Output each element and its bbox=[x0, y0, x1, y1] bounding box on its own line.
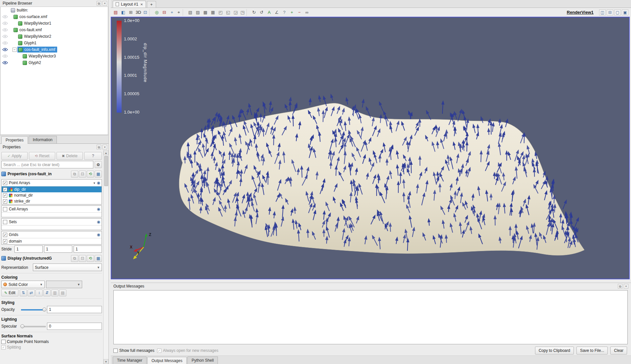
grids-checkbox[interactable] bbox=[3, 233, 7, 237]
zoom-in[interactable]: + bbox=[288, 9, 295, 16]
visibility-eye-icon[interactable] bbox=[1, 15, 9, 18]
properties-scrollbar[interactable]: ▲ ▼ bbox=[103, 150, 108, 364]
hide-center-axes[interactable]: ⊟ bbox=[161, 9, 168, 16]
pipeline-item[interactable]: WarpByVector2 bbox=[1, 33, 108, 40]
show-color-legend-icon[interactable]: ▤ bbox=[59, 289, 66, 296]
interactive-select-cells[interactable]: ◱ bbox=[224, 9, 232, 16]
color-by-combobox[interactable]: Solid Color▼ bbox=[1, 281, 45, 288]
new-layout-tab-button[interactable]: + bbox=[147, 1, 156, 8]
rescale-temporal-icon[interactable]: ↕ bbox=[35, 289, 43, 296]
save-to-file-button[interactable]: Save to File... bbox=[576, 347, 608, 354]
reset-rotation-center[interactable]: ⌖ bbox=[176, 9, 183, 16]
search-options-gear-icon[interactable]: ⚙ bbox=[95, 161, 102, 168]
edit-color-map-button[interactable]: ✎ Edit bbox=[1, 289, 18, 296]
scene-canvas[interactable] bbox=[111, 17, 629, 279]
output-messages-textarea[interactable] bbox=[113, 290, 628, 344]
clear-button[interactable]: Clear bbox=[610, 347, 627, 354]
pipeline-item[interactable]: WarpByVector1 bbox=[1, 20, 108, 27]
visibility-eye-icon[interactable] bbox=[1, 9, 9, 12]
float-panel-icon[interactable]: ⧉ bbox=[618, 284, 622, 289]
fault-surface-mesh[interactable] bbox=[179, 103, 584, 255]
stride-x-input[interactable] bbox=[14, 246, 43, 253]
point-array-row[interactable]: dip_dir bbox=[2, 186, 102, 192]
copy-to-clipboard-button[interactable]: Copy to Clipboard bbox=[535, 347, 574, 354]
grid-row[interactable]: domain bbox=[2, 238, 102, 244]
scroll-down-icon[interactable]: ▼ bbox=[104, 359, 108, 364]
reset-button[interactable]: ⟲Reset bbox=[29, 152, 55, 160]
properties-search-input[interactable] bbox=[1, 161, 93, 168]
array-checkbox[interactable] bbox=[3, 193, 7, 198]
scroll-thumb[interactable] bbox=[104, 156, 108, 186]
visibility-eye-icon[interactable] bbox=[1, 61, 9, 64]
copy-properties-icon[interactable]: ⧉ bbox=[71, 171, 78, 178]
pipeline-item[interactable]: Glyph1 bbox=[1, 40, 108, 46]
rotate-90-ccw[interactable]: ↺ bbox=[258, 9, 265, 16]
pipeline-item[interactable]: cos-fault.xmf bbox=[1, 27, 108, 33]
array-checkbox[interactable] bbox=[3, 187, 7, 192]
color-scale-bar[interactable] bbox=[117, 21, 122, 113]
close-panel-icon[interactable]: × bbox=[103, 1, 107, 6]
pipeline-item[interactable]: cos-surface.xmf bbox=[1, 13, 108, 20]
close-tab-icon[interactable]: ✕ bbox=[140, 3, 143, 6]
array-filter-icon[interactable]: ◉ bbox=[97, 207, 100, 211]
pipeline-item[interactable]: − cos-fault_info.xmf bbox=[1, 46, 108, 53]
rescale-to-data-icon[interactable]: ⇅ bbox=[20, 289, 27, 296]
maximize-view-icon[interactable]: ▢ bbox=[614, 10, 621, 15]
show-full-messages-checkbox[interactable] bbox=[113, 349, 118, 353]
save-defaults-icon[interactable]: ▦ bbox=[95, 171, 102, 178]
visibility-eye-icon[interactable] bbox=[1, 22, 9, 25]
component-combobox[interactable]: ▼ bbox=[46, 281, 82, 288]
measure-angle[interactable]: ∠ bbox=[273, 9, 280, 16]
hover-cells[interactable]: ◳ bbox=[240, 9, 247, 16]
rescale-visible-icon[interactable]: ⇵ bbox=[43, 289, 51, 296]
tree-expander-icon[interactable]: − bbox=[12, 48, 17, 52]
interactive-select-points[interactable]: ◲ bbox=[232, 9, 239, 16]
pipeline-item[interactable]: WarpByVector3 bbox=[1, 53, 108, 59]
split-vertical-icon[interactable]: ⊟ bbox=[607, 10, 613, 15]
select-block[interactable]: ◰ bbox=[217, 9, 224, 16]
slider-handle[interactable] bbox=[20, 324, 24, 328]
show-color-legend[interactable]: ▤ bbox=[112, 9, 119, 16]
float-panel-icon[interactable]: ⧉ bbox=[97, 1, 101, 6]
tab-information[interactable]: Information bbox=[29, 136, 57, 143]
array-filter-icon[interactable]: ◉ bbox=[97, 220, 100, 224]
splitting-checkbox[interactable] bbox=[1, 345, 6, 350]
zoom-to-box[interactable]: ⊡ bbox=[142, 9, 150, 16]
save-defaults-icon[interactable]: ▦ bbox=[95, 255, 102, 262]
help-button[interactable]: ? bbox=[84, 152, 102, 160]
set-rotation-center[interactable]: ◎ bbox=[153, 9, 160, 16]
chevron-down-icon[interactable]: ▾ bbox=[93, 181, 95, 185]
visibility-eye-icon[interactable] bbox=[1, 48, 9, 51]
visibility-eye-icon[interactable] bbox=[1, 35, 9, 38]
select-points[interactable]: ▨ bbox=[194, 9, 201, 16]
bottom-dock-tab[interactable]: Time Manager bbox=[113, 356, 147, 364]
choose-preset-icon[interactable]: ▥ bbox=[51, 289, 58, 296]
array-filter-icon[interactable]: ◉ bbox=[97, 232, 100, 237]
paste-properties-icon[interactable]: ⊡ bbox=[79, 171, 86, 178]
representation-combobox[interactable]: Surface▼ bbox=[33, 264, 102, 271]
close-panel-icon[interactable]: × bbox=[103, 145, 107, 149]
rescale-custom-icon[interactable]: ⇄ bbox=[28, 289, 35, 296]
visibility-eye-icon[interactable] bbox=[1, 54, 9, 58]
bottom-dock-tab[interactable]: Output Messages bbox=[147, 357, 187, 364]
stride-y-input[interactable] bbox=[44, 246, 72, 253]
always-open-option[interactable]: Always open for new messages bbox=[157, 348, 219, 353]
zoom-out[interactable]: − bbox=[296, 9, 303, 16]
always-open-checkbox[interactable] bbox=[157, 349, 161, 353]
render-viewport[interactable]: 1.0e+001.00021.000151.00011.000051.0e+00… bbox=[111, 17, 630, 279]
visibility-eye-icon[interactable] bbox=[1, 28, 9, 32]
select-text[interactable]: A bbox=[266, 9, 273, 16]
grid-checkbox[interactable] bbox=[3, 239, 7, 244]
array-filter-icon[interactable]: ◉ bbox=[97, 181, 100, 185]
apply-button[interactable]: ✓Apply bbox=[1, 152, 28, 160]
visibility-eye-icon[interactable] bbox=[1, 41, 9, 45]
copy-properties-icon[interactable]: ⧉ bbox=[71, 255, 78, 262]
close-panel-icon[interactable]: × bbox=[624, 284, 628, 289]
select-points-through[interactable]: ▦ bbox=[209, 9, 217, 16]
select-cells[interactable]: ▧ bbox=[187, 9, 194, 16]
link-views[interactable]: ∞ bbox=[303, 9, 311, 16]
toggle-2d-3d[interactable]: 3D bbox=[135, 9, 142, 16]
specular-input[interactable] bbox=[47, 323, 102, 330]
float-panel-icon[interactable]: ⧉ bbox=[97, 145, 101, 149]
whats-this-help[interactable]: ? bbox=[281, 9, 288, 16]
